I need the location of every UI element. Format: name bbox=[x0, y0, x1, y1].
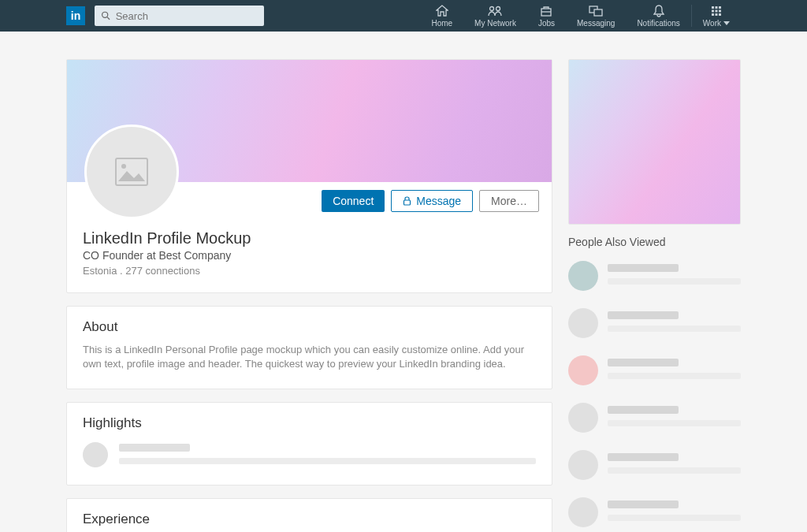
people-also-viewed-item[interactable] bbox=[568, 497, 741, 527]
lock-icon bbox=[403, 196, 411, 206]
highlight-item bbox=[83, 442, 536, 467]
pav-placeholder bbox=[608, 261, 741, 291]
nav-notifications[interactable]: Notifications bbox=[626, 0, 690, 32]
profile-headline: CO Founder at Best Company bbox=[83, 249, 536, 262]
about-text: This is a LinkedIn Personal Profile page… bbox=[83, 343, 536, 371]
svg-rect-14 bbox=[712, 13, 714, 16]
nav-jobs-label: Jobs bbox=[538, 19, 555, 28]
svg-rect-13 bbox=[719, 9, 721, 12]
svg-point-18 bbox=[121, 164, 126, 169]
about-card: About This is a LinkedIn Personal Profil… bbox=[66, 306, 552, 389]
aside-column: People Also Viewed bbox=[568, 59, 741, 532]
nav-messaging[interactable]: Messaging bbox=[566, 0, 626, 32]
message-button-label: Message bbox=[416, 195, 461, 207]
highlights-title: Highlights bbox=[83, 415, 536, 431]
experience-title: Experience bbox=[83, 512, 536, 527]
pav-avatar bbox=[568, 261, 598, 291]
pav-placeholder bbox=[608, 308, 741, 338]
profile-hero-card: Connect Message More… LinkedIn Profile M… bbox=[66, 59, 552, 293]
cover-image bbox=[67, 60, 552, 182]
svg-rect-16 bbox=[719, 13, 721, 16]
profile-name: LinkedIn Profile Mockup bbox=[83, 229, 536, 247]
highlight-placeholder bbox=[119, 442, 536, 464]
people-also-viewed-list bbox=[568, 261, 741, 527]
svg-line-1 bbox=[107, 17, 110, 20]
highlights-card: Highlights bbox=[66, 402, 552, 485]
about-title: About bbox=[83, 319, 536, 335]
message-button[interactable]: Message bbox=[391, 190, 473, 212]
pav-placeholder bbox=[608, 497, 741, 527]
aside-banner bbox=[568, 59, 741, 225]
content: Connect Message More… LinkedIn Profile M… bbox=[0, 32, 807, 532]
pav-placeholder bbox=[608, 450, 741, 480]
experience-card: Experience bbox=[66, 498, 552, 532]
top-nav: in Home My Network Jobs Messaging Notifi… bbox=[0, 0, 807, 32]
people-also-viewed-item[interactable] bbox=[568, 355, 741, 385]
image-placeholder-icon bbox=[115, 158, 148, 186]
connect-button[interactable]: Connect bbox=[322, 190, 385, 212]
pav-placeholder bbox=[608, 403, 741, 433]
svg-rect-12 bbox=[715, 9, 717, 12]
linkedin-logo[interactable]: in bbox=[66, 6, 85, 25]
svg-point-0 bbox=[102, 12, 108, 17]
search-input[interactable] bbox=[116, 10, 258, 22]
svg-rect-15 bbox=[715, 13, 717, 16]
people-also-viewed-item[interactable] bbox=[568, 403, 741, 433]
svg-rect-10 bbox=[719, 6, 721, 9]
search-box[interactable] bbox=[95, 6, 264, 26]
svg-point-2 bbox=[490, 6, 494, 10]
pav-avatar bbox=[568, 308, 598, 338]
svg-rect-11 bbox=[712, 9, 714, 12]
svg-point-3 bbox=[496, 6, 500, 10]
pav-avatar bbox=[568, 497, 598, 527]
search-icon bbox=[101, 10, 111, 21]
more-button[interactable]: More… bbox=[479, 190, 539, 212]
nav-messaging-label: Messaging bbox=[577, 19, 615, 28]
pav-avatar bbox=[568, 403, 598, 433]
pav-placeholder bbox=[608, 355, 741, 385]
briefcase-icon bbox=[540, 5, 552, 17]
bell-icon bbox=[653, 5, 664, 17]
nav-jobs[interactable]: Jobs bbox=[527, 0, 566, 32]
people-also-viewed-item[interactable] bbox=[568, 308, 741, 338]
nav-network-label: My Network bbox=[474, 19, 516, 28]
pav-avatar bbox=[568, 355, 598, 385]
avatar[interactable] bbox=[84, 125, 179, 219]
nav-home-label: Home bbox=[431, 19, 452, 28]
people-also-viewed-item[interactable] bbox=[568, 450, 741, 480]
nav-notifications-label: Notifications bbox=[637, 19, 679, 28]
network-icon bbox=[488, 5, 502, 17]
nav-work-label: Work bbox=[703, 19, 730, 28]
svg-rect-19 bbox=[404, 200, 411, 205]
main-column: Connect Message More… LinkedIn Profile M… bbox=[66, 59, 552, 532]
svg-rect-9 bbox=[715, 6, 717, 9]
nav-work[interactable]: Work bbox=[692, 0, 741, 32]
chevron-down-icon bbox=[723, 21, 730, 25]
linkedin-logo-text: in bbox=[71, 9, 80, 22]
nav-home[interactable]: Home bbox=[420, 0, 463, 32]
nav-items: Home My Network Jobs Messaging Notificat… bbox=[420, 0, 741, 32]
profile-meta: Estonia . 277 connections bbox=[83, 265, 536, 277]
svg-rect-7 bbox=[594, 9, 602, 16]
nav-network[interactable]: My Network bbox=[463, 0, 527, 32]
svg-rect-8 bbox=[712, 6, 714, 9]
messaging-icon bbox=[589, 5, 603, 17]
people-also-viewed-item[interactable] bbox=[568, 261, 741, 291]
home-icon bbox=[436, 5, 448, 17]
hero-info: LinkedIn Profile Mockup CO Founder at Be… bbox=[67, 212, 552, 292]
pav-avatar bbox=[568, 450, 598, 480]
people-also-viewed-title: People Also Viewed bbox=[568, 236, 741, 248]
highlight-avatar bbox=[83, 442, 108, 467]
apps-grid-icon bbox=[711, 5, 722, 17]
